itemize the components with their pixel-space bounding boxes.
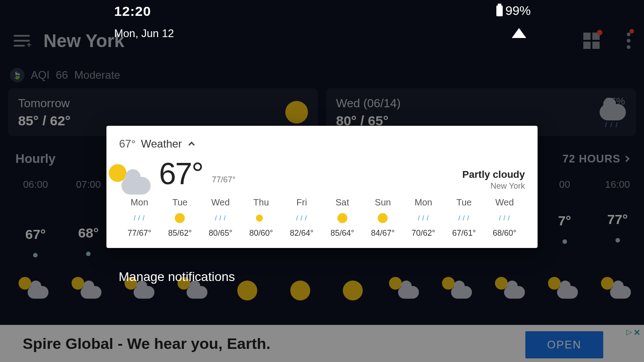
forecast-hl: 85/64° bbox=[322, 229, 363, 238]
weather-notification[interactable]: 67° Weather 67° 77/67° Partly cloudy New… bbox=[106, 126, 538, 248]
manage-notifications[interactable]: Manage notifications bbox=[119, 270, 235, 284]
notif-hl: 77/67° bbox=[212, 175, 235, 185]
wifi-icon bbox=[512, 28, 526, 38]
status-date: Mon, Jun 12 bbox=[114, 27, 174, 40]
forecast-day-label: Wed bbox=[484, 197, 525, 208]
forecast-day-label: Wed bbox=[200, 197, 241, 208]
partly-cloudy-icon bbox=[114, 169, 150, 195]
battery-pct: 99% bbox=[505, 4, 531, 18]
forecast-icon: / / / bbox=[200, 210, 241, 226]
forecast-icon: / / / bbox=[119, 210, 160, 226]
forecast-day-label: Sun bbox=[363, 197, 404, 208]
forecast-day-label: Mon bbox=[403, 197, 444, 208]
forecast-day[interactable]: Wed/ / /68/60° bbox=[484, 197, 525, 238]
status-time: 12:20 bbox=[114, 4, 174, 19]
forecast-day-label: Mon bbox=[119, 197, 160, 208]
forecast-hl: 70/62° bbox=[403, 229, 444, 238]
notif-big-temp: 67° bbox=[159, 156, 203, 191]
forecast-day[interactable]: Sat85/64° bbox=[322, 197, 363, 238]
forecast-hl: 80/60° bbox=[241, 229, 282, 238]
notif-condition: Partly cloudy bbox=[462, 169, 525, 181]
forecast-icon: / / / bbox=[484, 210, 525, 226]
forecast-hl: 68/60° bbox=[484, 229, 525, 238]
forecast-day[interactable]: Mon/ / /70/62° bbox=[403, 197, 444, 238]
forecast-hl: 77/67° bbox=[119, 229, 160, 238]
chevron-up-icon[interactable] bbox=[188, 142, 195, 148]
forecast-day-label: Fri bbox=[281, 197, 322, 208]
battery-icon bbox=[496, 5, 503, 16]
forecast-day[interactable]: Fri/ / /82/64° bbox=[281, 197, 322, 238]
forecast-day-label: Tue bbox=[444, 197, 485, 208]
forecast-day-label: Thu bbox=[241, 197, 282, 208]
forecast-icon: / / / bbox=[403, 210, 444, 226]
forecast-day[interactable]: Sun84/67° bbox=[363, 197, 404, 238]
forecast-hl: 85/62° bbox=[160, 229, 201, 238]
forecast-day-label: Tue bbox=[160, 197, 201, 208]
notif-app-name: Weather bbox=[141, 138, 182, 150]
forecast-hl: 84/67° bbox=[363, 229, 404, 238]
notif-small-temp: 67° bbox=[119, 138, 135, 150]
forecast-day[interactable]: Mon/ / /77/67° bbox=[119, 197, 160, 238]
forecast-day[interactable]: Wed/ / /80/65° bbox=[200, 197, 241, 238]
forecast-day-label: Sat bbox=[322, 197, 363, 208]
forecast-day[interactable]: Tue85/62° bbox=[160, 197, 201, 238]
forecast-hl: 67/61° bbox=[444, 229, 485, 238]
forecast-day[interactable]: Thu80/60° bbox=[241, 197, 282, 238]
forecast-icon bbox=[160, 210, 201, 226]
forecast-icon: / / / bbox=[444, 210, 485, 226]
forecast-icon bbox=[363, 210, 404, 226]
forecast-hl: 80/65° bbox=[200, 229, 241, 238]
notif-location: New York bbox=[462, 181, 525, 191]
forecast-icon: / / / bbox=[281, 210, 322, 226]
forecast-day[interactable]: Tue/ / /67/61° bbox=[444, 197, 485, 238]
forecast-icon bbox=[241, 210, 282, 226]
forecast-icon bbox=[322, 210, 363, 226]
forecast-hl: 82/64° bbox=[281, 229, 322, 238]
